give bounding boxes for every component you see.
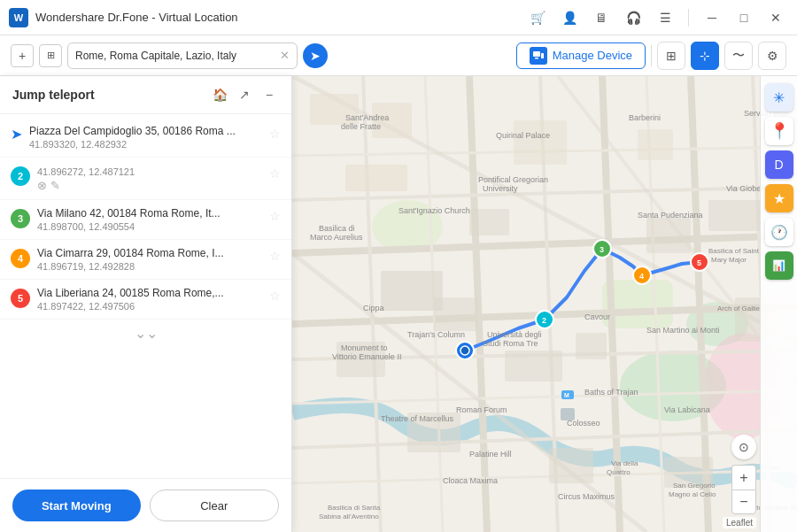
minimize-button[interactable]: ─	[700, 5, 724, 30]
svg-text:Sabina all'Aventino: Sabina all'Aventino	[319, 513, 379, 520]
sidebar-minimize-icon[interactable]: −	[259, 85, 279, 104]
toolbar-left: + ⊞ Rome, Roma Capitale, Lazio, Italy ✕ …	[11, 42, 511, 69]
svg-text:Cavour: Cavour	[584, 312, 610, 321]
waypoint-star-icon[interactable]: ☆	[269, 289, 281, 303]
waypoint-item[interactable]: 5 Via Liberiana 24, 00185 Roma Rome,... …	[0, 280, 291, 320]
menu-icon[interactable]: ☰	[653, 5, 677, 30]
waypoint-star-icon[interactable]: ☆	[269, 209, 281, 223]
svg-rect-32	[638, 129, 673, 160]
waypoint-content: Piazza Del Campidoglio 35, 00186 Roma ..…	[29, 125, 262, 150]
svg-rect-2	[541, 53, 544, 58]
waypoint-star-icon[interactable]: ☆	[269, 127, 281, 141]
svg-rect-31	[514, 120, 567, 165]
svg-text:Magno al Celio: Magno al Celio	[669, 490, 716, 498]
more-icon-button[interactable]: ⚙	[758, 42, 786, 70]
waypoint-coords: 41.893320, 12.482932	[29, 139, 262, 150]
svg-rect-36	[576, 333, 607, 359]
location-clear-icon[interactable]: ✕	[280, 49, 290, 62]
sidebar-panel: Jump teleport 🏠 ↗ − ➤ Piazza Del Campido…	[0, 76, 292, 532]
profile-icon[interactable]: 👤	[557, 5, 582, 30]
clear-button[interactable]: Clear	[150, 490, 280, 521]
svg-rect-1	[535, 58, 538, 59]
list-button[interactable]: ⊞	[39, 44, 62, 67]
zoom-in-button[interactable]: +	[731, 465, 756, 490]
svg-rect-38	[708, 200, 762, 231]
svg-rect-44	[434, 297, 478, 331]
waypoint-item[interactable]: 4 Via Cimarra 29, 00184 Roma Rome, I... …	[0, 240, 291, 280]
waypoint-content: Via Milano 42, 00184 Roma Rome, It... 41…	[37, 207, 262, 232]
clock-icon[interactable]: 🕐	[765, 218, 793, 246]
waypoint-coords: 41.898700, 12.490554	[37, 221, 262, 232]
headphone-icon[interactable]: 🎧	[621, 5, 646, 30]
waypoint-actions: ⊗ ✎	[37, 179, 262, 192]
svg-text:Palatine Hill: Palatine Hill	[469, 450, 512, 459]
svg-text:Vittorio Emanuele II: Vittorio Emanuele II	[332, 352, 401, 361]
waypoints-list: ➤ Piazza Del Campidoglio 35, 00186 Roma …	[0, 114, 291, 478]
show-more-icon[interactable]: ⌄⌄	[0, 320, 291, 347]
chart-icon[interactable]: 📊	[765, 251, 793, 280]
waypoint-number: 3	[11, 209, 30, 228]
waypoint-name: Via Cimarra 29, 00184 Roma Rome, I...	[37, 247, 262, 259]
compass-button[interactable]: ⊙	[731, 435, 756, 459]
monitor-icon[interactable]: 🖥	[589, 5, 614, 30]
svg-text:M: M	[564, 392, 569, 398]
sidebar-export-icon[interactable]: ↗	[235, 85, 254, 104]
svg-text:Università degli: Università degli	[487, 330, 542, 339]
map-attribution: Leaflet	[723, 517, 756, 528]
zoom-out-button[interactable]: −	[731, 490, 756, 514]
move-icon-button[interactable]: ⊹	[691, 42, 719, 70]
waypoint-edit-icon[interactable]: ✎	[50, 179, 60, 192]
waypoint-coords: 41.896719, 12.492828	[37, 261, 262, 272]
route-icon-button[interactable]: 〜	[724, 42, 753, 70]
discord-icon[interactable]: D	[765, 150, 793, 179]
svg-text:Theatre of Marcellus: Theatre of Marcellus	[381, 414, 454, 423]
maps-pin-icon[interactable]: 📍	[765, 117, 793, 145]
waypoint-star-icon[interactable]: ☆	[269, 166, 281, 181]
zoom-controls: + −	[731, 465, 756, 514]
start-moving-button[interactable]: Start Moving	[12, 490, 141, 521]
svg-text:Circus Maximus: Circus Maximus	[558, 492, 615, 501]
add-button[interactable]: +	[11, 44, 34, 67]
titlebar: W Wondershare Dr.Fone - Virtual Location…	[0, 0, 797, 35]
waypoint-name: Via Milano 42, 00184 Roma Rome, It...	[37, 207, 262, 220]
maximize-button[interactable]: □	[731, 5, 756, 30]
star-icon[interactable]: ★	[765, 184, 793, 212]
map-area[interactable]: Sant'Andrea delle Fratte Quirinal Palace…	[292, 76, 797, 532]
svg-text:Via Labicana: Via Labicana	[664, 405, 710, 414]
waypoint-number: 4	[11, 249, 30, 268]
svg-text:Marco Aurelius: Marco Aurelius	[310, 233, 363, 242]
svg-text:University: University	[483, 184, 518, 193]
waypoint-star-icon[interactable]: ☆	[269, 249, 281, 263]
svg-text:3: 3	[600, 245, 604, 254]
map-right-panel: ✳ 📍 D ★ 🕐 📊	[760, 76, 797, 532]
close-button[interactable]: ✕	[763, 5, 788, 30]
svg-text:Baths of Trajan: Baths of Trajan	[584, 388, 638, 397]
svg-text:Via della: Via della	[611, 459, 638, 467]
svg-text:5: 5	[697, 258, 701, 267]
svg-text:Barberini: Barberini	[629, 113, 661, 122]
app-title: Wondershare Dr.Fone - Virtual Location	[35, 11, 518, 24]
svg-rect-37	[646, 218, 691, 253]
svg-text:4: 4	[639, 272, 644, 281]
svg-text:Pontifical Gregorian: Pontifical Gregorian	[478, 175, 548, 184]
main-content: Jump teleport 🏠 ↗ − ➤ Piazza Del Campido…	[0, 76, 797, 532]
separator	[688, 9, 689, 27]
asterisk-icon[interactable]: ✳	[765, 83, 793, 112]
sidebar-home-icon[interactable]: 🏠	[210, 85, 229, 104]
waypoint-item[interactable]: 3 Via Milano 42, 00184 Roma Rome, It... …	[0, 200, 291, 240]
svg-rect-33	[381, 271, 443, 311]
svg-text:Cloaca Maxima: Cloaca Maxima	[443, 476, 498, 485]
waypoint-delete-icon[interactable]: ⊗	[37, 179, 47, 192]
toolbar-right: Manage Device ⊞ ⊹ 〜 ⚙	[516, 42, 786, 70]
manage-device-button[interactable]: Manage Device	[516, 42, 646, 69]
waypoint-name: Via Liberiana 24, 00185 Roma Rome,...	[37, 287, 262, 299]
toolbar: + ⊞ Rome, Roma Capitale, Lazio, Italy ✕ …	[0, 35, 797, 76]
manage-device-icon	[530, 47, 547, 65]
waypoint-item[interactable]: ➤ Piazza Del Campidoglio 35, 00186 Roma …	[0, 118, 291, 158]
waypoint-item[interactable]: 2 41.896272, 12.487121 ⊗ ✎ ☆	[0, 158, 291, 200]
sidebar-header: Jump teleport 🏠 ↗ −	[0, 76, 291, 114]
svg-text:Quirinal Palace: Quirinal Palace	[496, 131, 550, 140]
grid-icon-button[interactable]: ⊞	[657, 42, 685, 70]
location-go-button[interactable]: ➤	[303, 43, 328, 68]
cart-icon[interactable]: 🛒	[525, 5, 550, 30]
